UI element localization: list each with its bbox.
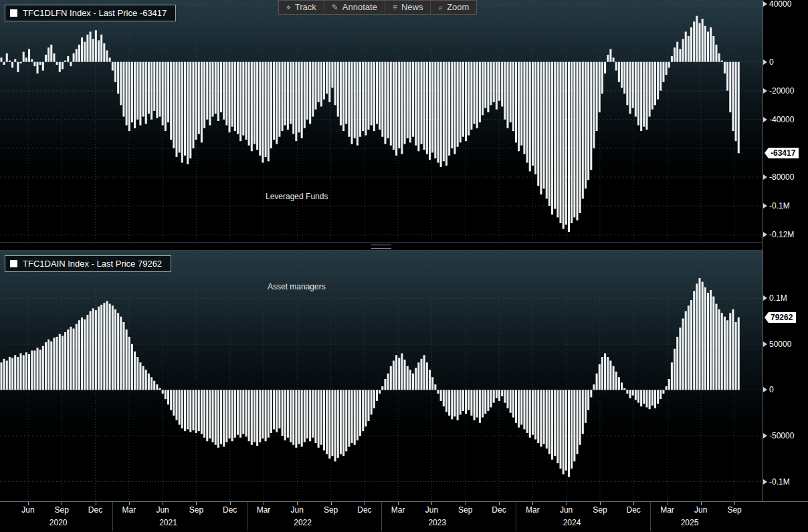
x-axis-month-label: Sep xyxy=(593,505,607,515)
bar xyxy=(25,57,27,61)
bar xyxy=(206,62,208,120)
track-button[interactable]: ⌖ Track xyxy=(279,1,324,14)
bar xyxy=(429,370,431,390)
legend-swatch-icon xyxy=(10,9,17,17)
bar xyxy=(573,390,575,461)
bar xyxy=(187,390,189,429)
bar xyxy=(668,62,670,68)
year-separator xyxy=(650,502,651,531)
bar xyxy=(453,62,456,154)
x-axis-month-label: Sep xyxy=(458,505,472,515)
bar xyxy=(501,390,503,396)
bar xyxy=(328,390,330,458)
bar xyxy=(576,390,578,454)
bar xyxy=(381,62,383,137)
bar xyxy=(490,390,492,407)
bar xyxy=(685,31,687,61)
bar xyxy=(390,366,392,390)
bar xyxy=(153,62,155,111)
bar xyxy=(237,62,239,134)
bar xyxy=(453,390,456,416)
bar xyxy=(0,57,2,61)
news-button[interactable]: ≡ News xyxy=(385,1,431,14)
bar xyxy=(529,62,531,172)
bar xyxy=(707,293,709,390)
bar xyxy=(426,362,428,390)
bar xyxy=(323,62,325,100)
bar xyxy=(23,52,25,62)
bar xyxy=(690,27,692,62)
bar xyxy=(445,62,447,166)
last-price-tag: 79262 xyxy=(769,312,796,323)
bar xyxy=(220,62,222,112)
y-axis-label-text: 0.1M xyxy=(769,293,787,303)
bar xyxy=(304,390,306,442)
bar xyxy=(604,62,606,74)
year-separator xyxy=(516,502,516,531)
bar xyxy=(671,56,673,62)
bar xyxy=(14,59,16,61)
bar xyxy=(609,361,611,390)
bar xyxy=(629,62,631,114)
bar xyxy=(632,390,634,395)
bar xyxy=(215,390,217,444)
x-axis-month-label: Dec xyxy=(357,505,371,515)
bar xyxy=(17,62,19,72)
legend-asset-managers[interactable]: TFC1DAIN Index - Last Price 79262 xyxy=(5,255,171,272)
bar xyxy=(415,368,417,390)
bar xyxy=(212,62,214,117)
annotate-button[interactable]: ✎ Annotate xyxy=(324,1,385,14)
bar xyxy=(212,390,214,442)
bar xyxy=(715,45,717,62)
bar xyxy=(179,62,181,153)
bar xyxy=(657,62,659,100)
bar xyxy=(426,62,428,154)
y-axis-label: -20000 xyxy=(763,86,794,96)
legend-leveraged-funds[interactable]: TFC1DLFN Index - Last Price -63417 xyxy=(5,5,176,21)
bar xyxy=(90,311,92,390)
bar xyxy=(621,62,623,88)
y-axis-label: -0.12M xyxy=(763,230,794,239)
bar xyxy=(365,62,367,136)
bar xyxy=(379,62,381,130)
bar xyxy=(732,62,734,131)
x-axis-month-label: Jun xyxy=(156,505,169,515)
x-axis[interactable]: JunSepDecMarJunSepDecMarJunSepDecMarJunS… xyxy=(0,501,808,532)
bar xyxy=(579,390,581,444)
bar xyxy=(284,62,286,126)
bar xyxy=(582,390,584,434)
y-axis[interactable]: 400000-20000-40000-80000-0.1M-0.12M-6341… xyxy=(763,0,808,501)
bar xyxy=(688,36,690,62)
bar xyxy=(165,390,167,399)
panel-splitter[interactable] xyxy=(0,242,763,251)
axis-tick-icon xyxy=(763,295,767,301)
year-separator xyxy=(381,502,382,531)
bar xyxy=(50,342,52,390)
bar xyxy=(407,62,409,138)
bar xyxy=(470,390,472,415)
bar xyxy=(718,53,720,62)
axis-tick-icon xyxy=(763,203,767,209)
bar xyxy=(42,62,44,71)
bar xyxy=(342,390,344,456)
y-axis-label-text: 0 xyxy=(769,385,774,394)
bar xyxy=(371,62,373,126)
bar xyxy=(254,390,256,442)
bar xyxy=(162,62,164,126)
bar xyxy=(290,62,292,124)
y-axis-label-text: 40000 xyxy=(769,0,791,9)
bar xyxy=(56,62,58,65)
x-axis-month-label: Mar xyxy=(391,505,405,515)
bar xyxy=(156,384,158,390)
bar xyxy=(278,62,280,137)
bar xyxy=(3,62,5,65)
bar xyxy=(86,35,88,62)
x-axis-month-label: Jun xyxy=(291,505,304,515)
bar xyxy=(393,62,395,150)
bar xyxy=(47,340,49,390)
bar xyxy=(331,62,333,88)
annotate-label: Annotate xyxy=(342,2,377,13)
zoom-button[interactable]: ⌕ Zoom xyxy=(431,1,476,14)
axis-tick-icon xyxy=(763,387,767,392)
bar xyxy=(67,329,69,390)
